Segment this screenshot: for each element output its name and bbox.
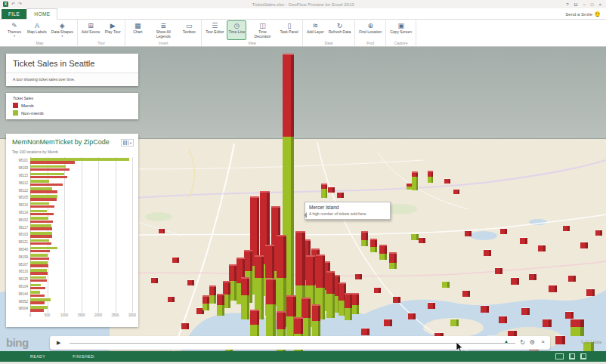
bar-memb[interactable] <box>30 279 47 282</box>
map-column[interactable] <box>428 171 433 183</box>
bar-memb[interactable] <box>30 309 44 312</box>
time-line-button[interactable]: ◷Time Line <box>227 20 246 40</box>
task-panel-button[interactable]: ▯Task Panel <box>278 20 299 40</box>
bar-memb[interactable] <box>30 258 49 261</box>
bar-nonmemb[interactable] <box>30 217 48 220</box>
map-column[interactable] <box>266 279 276 336</box>
map-column[interactable] <box>345 293 352 320</box>
map-viewport[interactable]: Mercer Island A high number of tickets s… <box>0 47 606 351</box>
bar-memb[interactable] <box>30 176 67 179</box>
bar-memb[interactable] <box>30 227 52 230</box>
bar-nonmemb[interactable] <box>30 195 57 198</box>
bar-nonmemb[interactable] <box>30 232 52 235</box>
time-decorator-button[interactable]: ◫Time Decorator <box>248 20 277 40</box>
timeline-playhead[interactable]: ▲ <box>504 339 509 344</box>
map-column[interactable] <box>209 285 216 304</box>
tab-home[interactable]: HOME <box>26 8 57 20</box>
bar-nonmemb[interactable] <box>30 165 66 168</box>
map-column[interactable] <box>217 294 224 316</box>
timeline-track[interactable] <box>70 343 515 344</box>
bar-nonmemb[interactable] <box>30 187 52 190</box>
bar-memb[interactable] <box>30 295 45 298</box>
bar-memb[interactable] <box>30 168 70 171</box>
bar-nonmemb[interactable] <box>30 291 40 294</box>
map-column[interactable] <box>321 184 327 198</box>
bar-memb[interactable] <box>30 250 50 253</box>
map-column[interactable] <box>203 295 209 310</box>
map-column[interactable] <box>379 245 387 260</box>
tour-editor-button[interactable]: ☰Tour Editor <box>204 20 225 40</box>
bar-memb[interactable] <box>30 213 54 216</box>
play-tour-button[interactable]: ▶Play Tour <box>103 20 122 40</box>
bar-nonmemb[interactable] <box>30 261 48 264</box>
bar-memb[interactable] <box>30 264 48 267</box>
play-button[interactable]: ▶ <box>57 340 60 346</box>
map-column[interactable] <box>389 252 397 269</box>
restore-layout-icon[interactable] <box>569 353 575 359</box>
add-scene-button[interactable]: ⊞Add Scene <box>80 20 101 40</box>
tour-title-panel[interactable]: Ticket Sales in Seattle A tour showing t… <box>6 54 138 86</box>
data-shapes-button[interactable]: ◈Data Shapes▾ <box>50 20 75 40</box>
bar-memb[interactable] <box>30 301 45 304</box>
bar-memb[interactable] <box>30 161 75 164</box>
bar-nonmemb[interactable] <box>30 276 46 279</box>
bar-memb[interactable] <box>30 184 63 187</box>
map-column[interactable] <box>351 293 359 314</box>
copy-screen-button[interactable]: ▣Copy Screen <box>388 20 413 40</box>
bar-nonmemb[interactable] <box>30 224 51 227</box>
bar-memb[interactable] <box>30 272 48 275</box>
show-all-legends-button[interactable]: ≣Show All Legends <box>149 20 178 40</box>
chart-panel[interactable]: MemNonMemTicket by ZipCode ▾ Top 100 loc… <box>6 134 138 327</box>
tab-file[interactable]: FILE <box>2 9 26 19</box>
chart-button[interactable]: ▦Chart <box>128 20 147 40</box>
maximize-icon[interactable]: □ <box>591 1 594 8</box>
map-column[interactable] <box>241 277 249 319</box>
map-column[interactable] <box>412 171 418 190</box>
bar-nonmemb[interactable] <box>30 239 49 242</box>
themes-button[interactable]: ✎Themes▾ <box>5 20 24 40</box>
settings-gear-icon[interactable]: ⚙ <box>530 339 535 346</box>
title-bar: X ↶ ↷ TicketSales.xlsx - GeoFlow Preview… <box>0 0 606 8</box>
refresh-data-button[interactable]: ↻Refresh Data <box>327 20 352 40</box>
map-column[interactable] <box>361 231 368 246</box>
bar-nonmemb[interactable] <box>30 210 47 213</box>
timeline-close-icon[interactable]: × <box>541 338 545 345</box>
chart-type-button[interactable]: ▾ <box>121 139 134 147</box>
bar-nonmemb[interactable] <box>30 247 57 250</box>
chart-category-label: 98121 <box>12 240 30 244</box>
help-icon[interactable]: ? <box>566 1 568 8</box>
timeline-bar[interactable]: ▶ ▲ ↻ ⚙ × <box>50 336 550 350</box>
bar-nonmemb[interactable] <box>30 269 47 272</box>
map-column[interactable] <box>370 239 377 252</box>
bar-memb[interactable] <box>30 287 45 290</box>
bar-nonmemb[interactable] <box>30 306 48 309</box>
find-location-button[interactable]: ⊕Find Location <box>357 20 383 40</box>
legend-panel[interactable]: Ticket Sales Memb Non-memb <box>6 93 138 119</box>
bar-nonmemb[interactable] <box>30 254 48 257</box>
fullscreen-icon[interactable] <box>580 353 586 359</box>
bar-nonmemb[interactable] <box>30 158 129 161</box>
bar-nonmemb[interactable] <box>30 298 51 301</box>
bar-nonmemb[interactable] <box>30 284 41 287</box>
loop-icon[interactable]: ↻ <box>520 339 525 346</box>
bar-nonmemb[interactable] <box>30 173 64 176</box>
bar-memb[interactable] <box>30 221 53 224</box>
textbox-button[interactable]: ▭Textbox <box>179 20 199 40</box>
map-column[interactable] <box>312 304 320 340</box>
bar-nonmemb[interactable] <box>30 180 49 183</box>
map-annotation[interactable]: Mercer Island A high number of tickets s… <box>305 202 391 220</box>
bar-memb[interactable] <box>30 198 57 201</box>
presentation-screen-icon[interactable] <box>555 353 564 359</box>
bar-nonmemb[interactable] <box>30 202 49 205</box>
close-icon[interactable]: × <box>598 1 601 8</box>
pin-window-icon[interactable]: ⊡ <box>574 1 577 8</box>
send-a-smile-button[interactable]: Send a Smile <box>565 9 600 19</box>
bar-memb[interactable] <box>30 205 54 208</box>
map-labels-button[interactable]: AMap Labels <box>26 20 48 40</box>
minimize-icon[interactable]: – <box>583 1 586 8</box>
bar-memb[interactable] <box>30 235 52 238</box>
map-column[interactable] <box>326 271 335 318</box>
bar-memb[interactable] <box>30 242 51 245</box>
add-layer-button[interactable]: ≋Add Layer <box>305 20 326 40</box>
bar-memb[interactable] <box>30 190 57 193</box>
